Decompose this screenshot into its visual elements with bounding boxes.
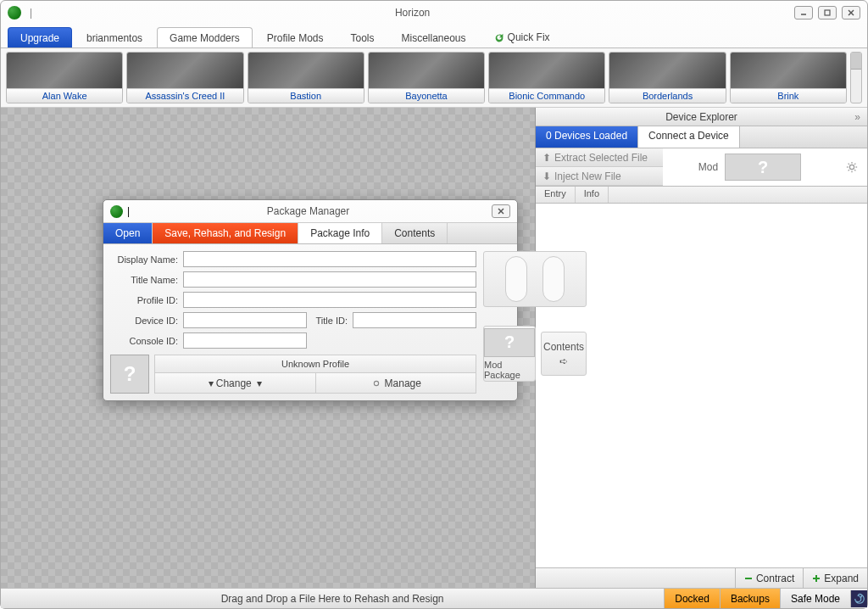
titlebar: | Horizon <box>1 1 867 25</box>
device-explorer-tabs: 0 Devices Loaded Connect a Device <box>536 126 867 148</box>
maximize-button[interactable] <box>818 6 837 20</box>
game-strip: Alan Wake Assassin's Creed II Bastion Ba… <box>1 48 867 108</box>
backups-button[interactable]: Backups <box>720 589 780 608</box>
game-thumb-icon <box>731 53 846 88</box>
refresh-icon <box>493 32 505 44</box>
game-card[interactable]: Bastion <box>248 52 364 103</box>
game-label: Bionic Commando <box>489 88 604 103</box>
device-explorer-title-text: Device Explorer <box>665 111 737 123</box>
tab-info[interactable]: Info <box>576 187 609 203</box>
game-card[interactable]: Bionic Commando <box>488 52 605 103</box>
gear-icon <box>846 161 858 173</box>
input-profile-id[interactable] <box>183 292 476 308</box>
docked-button[interactable]: Docked <box>664 589 720 608</box>
game-label: Bayonetta <box>369 88 484 103</box>
up-arrow-icon: ⬆ <box>542 152 551 164</box>
pkg-tabs: Open Save, Rehash, and Resign Package In… <box>103 222 517 244</box>
scroll-nub[interactable] <box>851 53 861 70</box>
inject-file-button[interactable]: ⬇Inject New File <box>536 167 663 186</box>
pkg-fields: Display Name: Title Name: Profile ID: De… <box>110 251 476 394</box>
expand-button[interactable]: Expand <box>803 568 867 588</box>
safe-mode-button[interactable]: Safe Mode <box>780 589 850 608</box>
game-thumb-icon <box>369 53 484 88</box>
pkg-title: Package Manager <box>130 205 487 217</box>
manage-button[interactable]: Manage <box>315 373 477 394</box>
tab-package-info[interactable]: Package Info <box>298 223 382 243</box>
tab-tools[interactable]: Tools <box>337 27 387 47</box>
main-tabbar: Upgrade brianmentos Game Modders Profile… <box>1 25 867 48</box>
dropdown-icon: ▾ <box>209 377 214 389</box>
manage-label: Manage <box>385 377 421 389</box>
app-window: | Horizon Upgrade brianmentos Game Modde… <box>0 0 868 609</box>
change-button[interactable]: ▾Change▾ <box>154 373 315 394</box>
game-card[interactable]: Alan Wake <box>6 52 123 103</box>
inject-label: Inject New File <box>554 170 621 182</box>
input-device-id[interactable] <box>183 312 307 328</box>
spiral-icon[interactable] <box>850 590 867 607</box>
game-card[interactable]: Bayonetta <box>368 52 485 103</box>
pkg-logo-icon <box>110 205 123 218</box>
svg-point-18 <box>374 381 378 385</box>
tab-profile-mods[interactable]: Profile Mods <box>254 27 337 47</box>
settings-button[interactable] <box>837 148 867 186</box>
label-display-name: Display Name: <box>110 254 178 265</box>
tab-miscellaneous[interactable]: Miscellaneous <box>389 27 479 47</box>
svg-rect-13 <box>745 578 752 579</box>
status-message: Drag and Drop a File Here to Rehash and … <box>1 593 664 605</box>
titlebar-separator: | <box>30 7 32 19</box>
close-button[interactable] <box>842 6 860 20</box>
game-card[interactable]: Assassin's Creed II <box>126 52 243 103</box>
tab-quick-fix[interactable]: Quick Fix <box>481 26 563 47</box>
game-thumb-icon <box>489 53 604 88</box>
controller-icon <box>505 256 527 302</box>
game-scrollbar[interactable] <box>850 52 862 103</box>
game-thumb-icon <box>248 53 364 88</box>
quick-fix-label: Quick Fix <box>508 31 550 43</box>
minimize-button[interactable] <box>794 6 813 20</box>
svg-line-10 <box>854 170 855 170</box>
tab-upgrade[interactable]: Upgrade <box>8 27 72 47</box>
game-card[interactable]: Borderlands <box>609 52 726 103</box>
tab-contents[interactable]: Contents <box>382 223 448 243</box>
game-label: Alan Wake <box>7 88 122 103</box>
package-manager-window: | Package Manager Open Save, Rehash, and… <box>103 199 518 401</box>
extract-label: Extract Selected File <box>554 152 648 164</box>
tab-open[interactable]: Open <box>103 223 153 243</box>
game-card[interactable]: Brink <box>730 52 847 103</box>
device-explorer-title: Device Explorer » <box>536 108 867 126</box>
contract-label: Contract <box>756 573 794 584</box>
pkg-body: Display Name: Title Name: Profile ID: De… <box>103 244 517 400</box>
tab-brianmentos[interactable]: brianmentos <box>74 27 155 47</box>
label-profile-id: Profile ID: <box>110 295 178 305</box>
extract-file-button[interactable]: ⬆Extract Selected File <box>536 148 663 167</box>
mod-package-button[interactable]: ? Mod Package <box>483 326 536 382</box>
input-title-name[interactable] <box>183 271 476 288</box>
tab-connect-device[interactable]: Connect a Device <box>638 126 740 148</box>
statusbar: Drag and Drop a File Here to Rehash and … <box>1 588 867 608</box>
contract-button[interactable]: Contract <box>735 568 803 588</box>
pkg-right-col: ? Mod Package Contents ➪ <box>483 251 587 394</box>
game-thumb-icon <box>7 53 122 88</box>
expand-label: Expand <box>824 573 859 584</box>
device-explorer-toolbar: ⬆Extract Selected File ⬇Inject New File … <box>536 148 867 187</box>
pkg-titlebar[interactable]: | Package Manager <box>103 200 517 222</box>
gear-icon <box>370 377 382 389</box>
tab-game-modders[interactable]: Game Modders <box>157 27 253 47</box>
tab-save-rehash-resign[interactable]: Save, Rehash, and Resign <box>153 223 298 243</box>
chevron-down-icon: ▾ <box>257 377 262 389</box>
tab-entry[interactable]: Entry <box>536 187 576 203</box>
tab-devices-loaded[interactable]: 0 Devices Loaded <box>536 126 638 148</box>
collapse-icon[interactable]: » <box>854 111 860 123</box>
contents-button[interactable]: Contents ➪ <box>541 332 587 376</box>
profile-box: ? Unknown Profile ▾Change▾ Manage <box>110 355 476 394</box>
label-title-name: Title Name: <box>110 275 178 285</box>
input-title-id[interactable] <box>353 312 476 328</box>
workarea: Device Explorer » 0 Devices Loaded Conne… <box>1 108 867 588</box>
input-display-name[interactable] <box>183 251 476 267</box>
pkg-close-button[interactable] <box>492 204 510 218</box>
change-label: Change <box>216 377 252 389</box>
mod-label: Mod <box>698 161 718 173</box>
mod-placeholder-icon[interactable]: ? <box>725 154 801 181</box>
label-title-id: Title ID: <box>312 316 348 326</box>
input-console-id[interactable] <box>183 332 307 349</box>
